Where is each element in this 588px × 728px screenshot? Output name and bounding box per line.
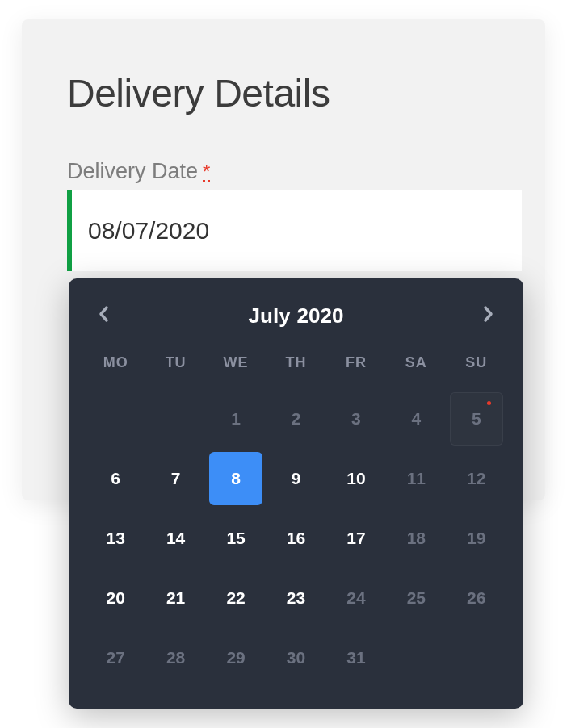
datepicker-grid: MOTUWETHFRSASU12345678910111213141516171…	[86, 349, 506, 684]
calendar-day[interactable]: 5	[450, 392, 503, 446]
weekday-header: TU	[166, 349, 187, 386]
chevron-left-icon	[98, 304, 111, 327]
next-month-button[interactable]	[473, 301, 502, 330]
calendar-day[interactable]: 7	[149, 452, 203, 505]
calendar-day: 2	[269, 392, 322, 446]
calendar-day[interactable]: 29	[209, 631, 262, 684]
calendar-day[interactable]: 16	[269, 512, 322, 565]
calendar-day[interactable]: 31	[330, 631, 383, 684]
calendar-day[interactable]: 26	[450, 571, 503, 625]
weekday-header: SU	[465, 349, 487, 386]
calendar-day[interactable]: 13	[89, 512, 142, 565]
calendar-day[interactable]: 27	[89, 631, 142, 684]
calendar-day[interactable]: 20	[89, 571, 142, 625]
datepicker-title[interactable]: July 2020	[249, 303, 344, 328]
calendar-day[interactable]: 18	[389, 512, 443, 565]
calendar-day[interactable]: 11	[389, 452, 443, 505]
weekday-header: TH	[285, 349, 306, 386]
calendar-day[interactable]: 21	[149, 571, 203, 625]
field-label-row: Delivery Date *	[67, 159, 500, 184]
calendar-day[interactable]: 8	[209, 452, 262, 505]
calendar-day[interactable]: 24	[330, 571, 383, 625]
datepicker-header: July 2020	[86, 301, 506, 349]
datepicker-year: 2020	[297, 303, 344, 328]
calendar-day[interactable]: 19	[450, 512, 503, 565]
calendar-day: 1	[209, 392, 262, 446]
calendar-day: 4	[389, 392, 443, 446]
calendar-day[interactable]: 22	[209, 571, 262, 625]
calendar-day[interactable]: 9	[269, 452, 322, 505]
chevron-right-icon	[481, 304, 494, 327]
calendar-day[interactable]: 25	[389, 571, 443, 625]
delivery-date-label: Delivery Date	[67, 159, 198, 184]
section-title: Delivery Details	[67, 71, 500, 115]
delivery-date-input[interactable]	[67, 190, 522, 271]
datepicker-month: July	[249, 303, 291, 328]
calendar-day: 3	[330, 392, 383, 446]
calendar-day[interactable]: 14	[149, 512, 203, 565]
calendar-day[interactable]: 12	[450, 452, 503, 505]
calendar-day[interactable]: 30	[269, 631, 322, 684]
weekday-header: MO	[103, 349, 128, 386]
calendar-day[interactable]: 28	[149, 631, 203, 684]
calendar-day[interactable]: 10	[330, 452, 383, 505]
datepicker-popup: July 2020 MOTUWETHFRSASU1234567891011121…	[69, 278, 523, 709]
required-mark: *	[203, 164, 210, 182]
calendar-day[interactable]: 17	[330, 512, 383, 565]
calendar-day[interactable]: 6	[89, 452, 142, 505]
weekday-header: SA	[405, 349, 427, 386]
weekday-header: WE	[224, 349, 249, 386]
prev-month-button[interactable]	[90, 301, 119, 330]
weekday-header: FR	[346, 349, 367, 386]
calendar-day[interactable]: 23	[269, 571, 322, 625]
calendar-day[interactable]: 15	[209, 512, 262, 565]
